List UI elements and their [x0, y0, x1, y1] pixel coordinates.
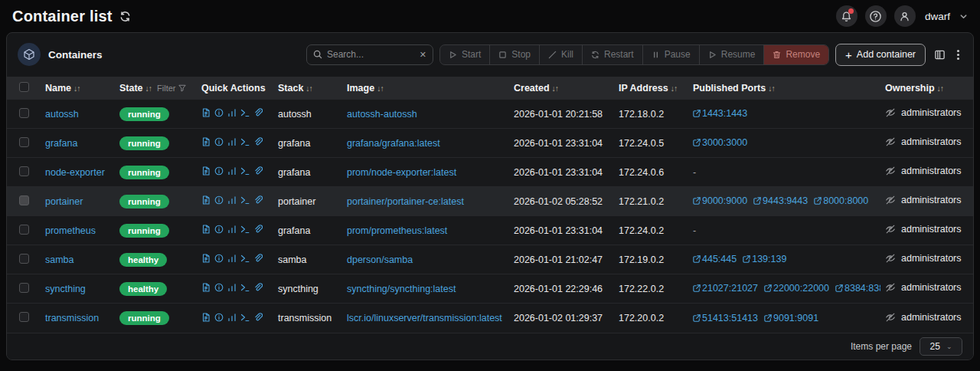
column-header-ip[interactable]: IP Address↓↑: [614, 77, 688, 100]
columns-settings-icon[interactable]: [932, 49, 948, 61]
container-name-link[interactable]: prometheus: [45, 225, 96, 236]
console-icon[interactable]: [240, 254, 250, 263]
add-container-button[interactable]: + Add container: [835, 44, 926, 66]
table-row[interactable]: node-exporter running: [7, 158, 973, 187]
published-port-link[interactable]: 1443:1443: [693, 108, 747, 119]
image-link[interactable]: autossh-autossh: [347, 109, 417, 120]
image-link[interactable]: portainer/portainer-ce:latest: [347, 196, 464, 207]
image-link[interactable]: grafana/grafana:latest: [347, 138, 440, 149]
container-name-link[interactable]: node-exporter: [45, 167, 105, 178]
inspect-icon[interactable]: [214, 283, 224, 292]
resume-button[interactable]: Resume: [700, 45, 765, 64]
column-header-ports[interactable]: Published Ports↓↑: [688, 77, 880, 100]
console-icon[interactable]: [240, 283, 250, 292]
table-row[interactable]: portainer running: [7, 187, 973, 216]
image-link[interactable]: syncthing/syncthing:latest: [347, 284, 456, 294]
column-header-name[interactable]: Name↓↑: [41, 77, 115, 100]
inspect-icon[interactable]: [214, 313, 224, 322]
row-checkbox[interactable]: [19, 137, 29, 147]
logs-icon[interactable]: [201, 137, 211, 146]
container-name-link[interactable]: transmission: [45, 313, 99, 323]
published-port-link[interactable]: 9000:9000: [693, 195, 747, 206]
logs-icon[interactable]: [201, 254, 211, 263]
kill-button[interactable]: Kill: [540, 45, 583, 64]
column-header-image[interactable]: Image↓↑: [342, 77, 509, 100]
user-menu-button[interactable]: [894, 5, 916, 27]
chevron-down-icon[interactable]: [959, 12, 968, 21]
image-link[interactable]: dperson/samba: [347, 254, 413, 265]
table-row[interactable]: samba healthy: [7, 245, 973, 274]
table-row[interactable]: syncthing healthy: [7, 274, 973, 304]
inspect-icon[interactable]: [214, 108, 224, 117]
remove-button[interactable]: Remove: [764, 45, 828, 64]
table-row[interactable]: autossh running: [7, 100, 973, 129]
table-row[interactable]: grafana running: [7, 129, 973, 158]
attach-icon[interactable]: [253, 254, 263, 263]
start-button[interactable]: Start: [440, 45, 490, 64]
column-header-state[interactable]: State↓↑Filter: [115, 77, 197, 100]
logs-icon[interactable]: [201, 283, 211, 292]
table-row[interactable]: prometheus running: [7, 216, 973, 245]
image-link[interactable]: prom/prometheus:latest: [347, 225, 447, 236]
attach-icon[interactable]: [253, 313, 263, 322]
published-port-link[interactable]: 51413:51413: [693, 313, 758, 323]
container-name-link[interactable]: portainer: [45, 196, 83, 207]
inspect-icon[interactable]: [214, 225, 224, 234]
attach-icon[interactable]: [253, 108, 263, 117]
refresh-icon[interactable]: [119, 11, 131, 22]
console-icon[interactable]: [240, 137, 250, 146]
stop-button[interactable]: Stop: [490, 45, 540, 64]
row-checkbox[interactable]: [19, 195, 29, 205]
console-icon[interactable]: [240, 195, 250, 205]
inspect-icon[interactable]: [214, 195, 224, 205]
row-checkbox[interactable]: [19, 225, 29, 235]
published-port-link[interactable]: 445:445: [693, 254, 737, 264]
logs-icon[interactable]: [201, 195, 211, 205]
row-checkbox[interactable]: [19, 166, 29, 176]
attach-icon[interactable]: [253, 195, 263, 205]
container-name-link[interactable]: samba: [45, 254, 74, 265]
restart-button[interactable]: Restart: [583, 45, 643, 64]
stats-icon[interactable]: [227, 108, 237, 117]
column-header-stack[interactable]: Stack↓↑: [273, 77, 342, 100]
published-port-link[interactable]: 21027:21027: [693, 283, 758, 294]
container-name-link[interactable]: autossh: [45, 109, 79, 120]
attach-icon[interactable]: [253, 166, 263, 176]
attach-icon[interactable]: [253, 225, 263, 234]
inspect-icon[interactable]: [214, 166, 224, 176]
pause-button[interactable]: Pause: [643, 45, 700, 64]
published-port-link[interactable]: 9443:9443: [753, 195, 808, 206]
console-icon[interactable]: [240, 108, 250, 117]
column-header-created[interactable]: Created↓↑: [509, 77, 614, 100]
stats-icon[interactable]: [227, 254, 237, 263]
image-link[interactable]: lscr.io/linuxserver/transmission:latest: [347, 313, 502, 323]
stats-icon[interactable]: [227, 283, 237, 292]
stats-icon[interactable]: [227, 313, 237, 322]
stats-icon[interactable]: [227, 225, 237, 234]
published-port-link[interactable]: 8000:8000: [814, 195, 868, 206]
published-port-link[interactable]: 22000:22000: [764, 283, 829, 294]
stats-icon[interactable]: [227, 195, 237, 205]
more-options-icon[interactable]: [954, 50, 962, 60]
published-port-link[interactable]: 9091:9091: [764, 313, 818, 323]
table-row[interactable]: transmission running: [7, 304, 973, 333]
row-checkbox[interactable]: [19, 283, 29, 293]
items-per-page-select[interactable]: 25 ⌄: [920, 337, 962, 356]
console-icon[interactable]: [240, 225, 250, 234]
logs-icon[interactable]: [201, 225, 211, 234]
attach-icon[interactable]: [253, 137, 263, 146]
row-checkbox[interactable]: [19, 108, 29, 118]
row-checkbox[interactable]: [19, 254, 29, 264]
stats-icon[interactable]: [227, 166, 237, 176]
published-port-link[interactable]: 139:139: [743, 254, 786, 264]
select-all-checkbox[interactable]: [19, 82, 29, 92]
logs-icon[interactable]: [201, 313, 211, 322]
published-port-link[interactable]: 8384:8384: [835, 283, 880, 294]
console-icon[interactable]: [240, 166, 250, 176]
column-header-ownership[interactable]: Ownership↓↑: [880, 77, 973, 100]
container-name-link[interactable]: grafana: [45, 138, 77, 149]
stats-icon[interactable]: [227, 137, 237, 146]
help-button[interactable]: [865, 5, 887, 27]
attach-icon[interactable]: [253, 283, 263, 292]
search-clear-icon[interactable]: ✕: [420, 50, 426, 60]
